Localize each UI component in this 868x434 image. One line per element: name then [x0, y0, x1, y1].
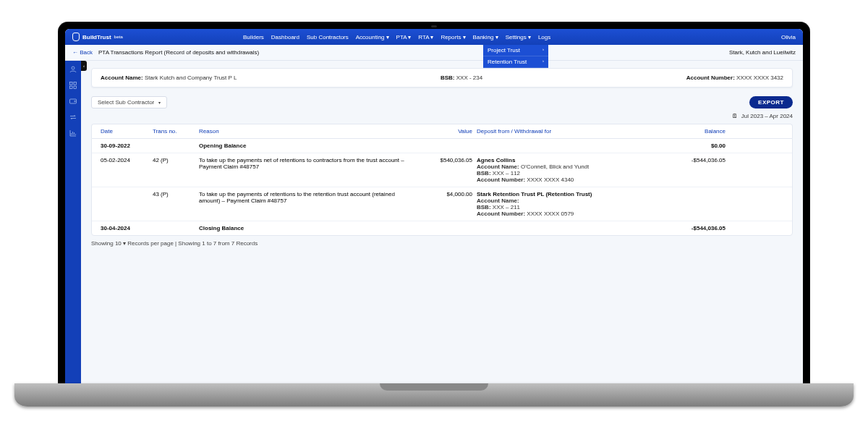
cell-balance: -$544,036.05: [653, 157, 726, 163]
nav-right: Olivia: [781, 34, 796, 41]
cell-trans: 42 (P): [153, 157, 195, 163]
party-name: Agnes Collins: [477, 157, 649, 163]
table-row: 30-09-2022 Opening Balance $0.00: [92, 139, 792, 153]
controls-row: Select Sub Contractor ▾ EXPORT: [91, 96, 793, 109]
chart-icon[interactable]: [69, 129, 77, 137]
cell-reason: Opening Balance: [199, 142, 416, 149]
nav-pta[interactable]: PTA ▾: [396, 34, 412, 41]
transfer-icon[interactable]: [69, 113, 77, 122]
svg-rect-4: [74, 86, 77, 89]
sidebar-collapse-toggle[interactable]: ‹: [81, 61, 87, 71]
col-balance: Balance: [653, 128, 726, 135]
left-rail: ‹: [65, 61, 81, 383]
bsb-label: BSB:: [441, 75, 455, 81]
cell-trans: 43 (P): [153, 191, 195, 197]
cell-reason: To take up the payments net of retention…: [199, 157, 416, 170]
account-name-field: Account Name: Stark Kutch and Company Tr…: [101, 75, 237, 81]
account-number-field: Account Number: XXXX XXXX 3432: [686, 75, 783, 81]
svg-point-6: [75, 101, 76, 102]
party-acct-name: O'Connell, Blick and Yundt: [521, 163, 589, 170]
bsb-value: XXX - 234: [456, 75, 482, 81]
laptop-mockup: BuildTrust beta Builders Dashboard Sub C…: [58, 22, 810, 412]
cell-date: 30-09-2022: [101, 142, 148, 149]
brand[interactable]: BuildTrust beta: [72, 33, 123, 41]
company-name: Stark, Kutch and Lueilwitz: [729, 49, 796, 56]
table-row: 43 (P) To take up the payments of retent…: [92, 187, 792, 221]
laptop-base: [14, 383, 854, 407]
nav-accounting[interactable]: Accounting ▾: [356, 34, 389, 41]
party-num-label: Account Number:: [477, 176, 525, 183]
cell-value: $4,000.00: [420, 191, 472, 197]
bsb-field: BSB: XXX - 234: [441, 75, 482, 81]
pagination-summary[interactable]: Showing 10 ▾ Records per page | Showing …: [91, 240, 793, 247]
dropdown-item-label: Project Trust: [488, 47, 520, 54]
nav-settings[interactable]: Settings ▾: [506, 34, 531, 41]
content-area: Account Name: Stark Kutch and Company Tr…: [81, 61, 803, 383]
subcontractor-select[interactable]: Select Sub Contractor ▾: [91, 96, 167, 109]
nav-builders[interactable]: Builders: [243, 34, 264, 41]
transactions-table: Date Trans no. Reason Value Deposit from…: [91, 124, 793, 236]
cell-party: Stark Retention Trust PL (Retention Trus…: [477, 191, 649, 217]
cell-party: Agnes Collins Account Name: O'Connell, B…: [477, 157, 649, 183]
table-header: Date Trans no. Reason Value Deposit from…: [91, 124, 793, 138]
date-range-row[interactable]: 🗓 Jul 2023 – Apr 2024: [91, 113, 793, 119]
nav-reports[interactable]: Reports ▾: [441, 34, 465, 41]
col-value: Value: [420, 128, 472, 135]
party-num-label: Account Number:: [477, 210, 525, 217]
svg-rect-3: [70, 86, 73, 89]
cell-reason: To take up the payments of retentions to…: [199, 191, 416, 204]
cell-value: $540,036.05: [420, 157, 472, 163]
col-reason: Reason: [199, 128, 416, 135]
party-bsb-label: BSB:: [477, 204, 491, 210]
pta-dropdown-project-trust[interactable]: Project Trust ›: [483, 45, 548, 56]
main-area: ‹: [65, 61, 803, 383]
shield-icon: [72, 33, 80, 41]
account-number-label: Account Number:: [686, 75, 735, 81]
chevron-right-icon: ›: [542, 59, 544, 65]
calendar-icon: 🗓: [732, 113, 738, 119]
chevron-right-icon: ›: [542, 47, 544, 54]
party-acct-name-label: Account Name:: [477, 163, 519, 170]
brand-suffix: beta: [114, 35, 123, 39]
user-icon[interactable]: [69, 65, 77, 74]
brand-name: BuildTrust: [82, 34, 111, 41]
page-title: PTA Transactions Report (Record of depos…: [98, 49, 259, 56]
nav-rta[interactable]: RTA ▾: [418, 34, 433, 41]
nav-logs[interactable]: Logs: [538, 34, 550, 41]
svg-rect-1: [70, 82, 73, 85]
account-summary-card: Account Name: Stark Kutch and Company Tr…: [91, 68, 793, 88]
page-subheader: ← Back PTA Transactions Report (Record o…: [65, 45, 803, 61]
party-bsb: XXX – 211: [493, 204, 520, 210]
back-link[interactable]: ← Back: [72, 49, 93, 56]
app-viewport: BuildTrust beta Builders Dashboard Sub C…: [65, 29, 803, 383]
account-number-value: XXXX XXXX 3432: [736, 75, 783, 81]
party-bsb-label: BSB:: [477, 170, 491, 176]
party-name: Stark Retention Trust PL (Retention Trus…: [477, 191, 649, 197]
col-trans: Trans no.: [153, 128, 195, 135]
cell-balance: $0.00: [653, 142, 726, 149]
account-name-value: Stark Kutch and Company Trust P L: [145, 75, 237, 81]
cell-balance: -$544,036.05: [653, 225, 726, 231]
cell-date: 30-04-2024: [101, 225, 148, 231]
table-row: 30-04-2024 Closing Balance -$544,036.05: [92, 221, 792, 235]
laptop-trackpad-notch: [380, 383, 488, 391]
nav-subcontractors[interactable]: Sub Contractors: [307, 34, 349, 41]
party-acct-name-label: Account Name:: [477, 197, 519, 204]
nav-banking[interactable]: Banking ▾: [473, 34, 498, 41]
party-bsb: XXX – 112: [493, 170, 520, 176]
col-date: Date: [101, 128, 148, 135]
svg-point-0: [72, 67, 75, 69]
camera-notch: [431, 25, 437, 27]
nav-dashboard[interactable]: Dashboard: [271, 34, 299, 41]
pta-dropdown-retention-trust[interactable]: Retention Trust ›: [483, 56, 548, 68]
export-button[interactable]: EXPORT: [749, 96, 793, 109]
chevron-down-icon: ▾: [158, 100, 161, 105]
cell-reason: Closing Balance: [199, 225, 416, 231]
user-name[interactable]: Olivia: [781, 34, 796, 41]
table-body: 30-09-2022 Opening Balance $0.00 05-02-2…: [91, 138, 793, 236]
dropdown-item-label: Retention Trust: [488, 59, 527, 65]
wallet-icon[interactable]: [69, 97, 77, 106]
table-row: 05-02-2024 42 (P) To take up the payment…: [92, 153, 792, 187]
col-party: Deposit from / Withdrawal for: [477, 128, 649, 135]
grid-icon[interactable]: [69, 81, 77, 90]
